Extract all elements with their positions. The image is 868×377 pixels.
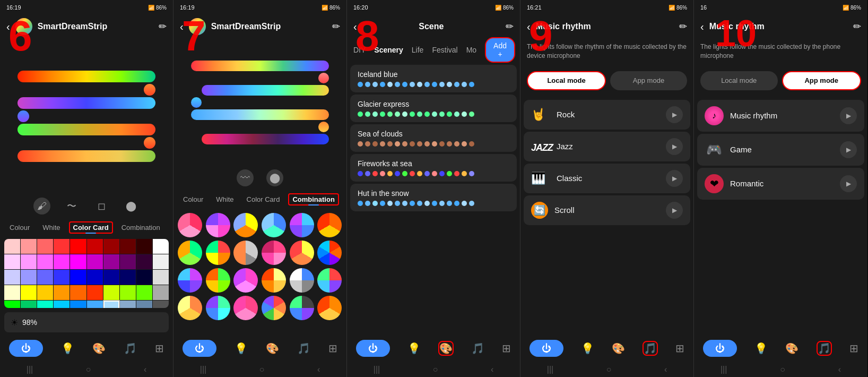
bulb-icon-6[interactable]: 💡 (61, 342, 74, 355)
edit-button-10[interactable]: ✏ (853, 21, 861, 32)
music-icon-9[interactable]: 🎵 (643, 341, 658, 356)
combo-14[interactable] (206, 268, 230, 293)
color-cell[interactable] (136, 270, 152, 285)
selected-color-cell[interactable] (103, 301, 119, 308)
scene-item-hut[interactable]: Hut in the snow (350, 184, 517, 211)
local-mode-button-10[interactable]: Local mode (700, 71, 778, 90)
color-cell[interactable] (37, 301, 53, 308)
color-cell[interactable] (103, 285, 119, 300)
power-button-7[interactable]: ⏻ (183, 340, 216, 357)
tab-colorcard-7[interactable]: Color Card (242, 193, 284, 205)
color-cell[interactable] (136, 285, 152, 300)
combo-7[interactable] (178, 241, 202, 265)
palette-icon-6[interactable]: 🎨 (92, 342, 106, 355)
game-play-button[interactable]: ▶ (840, 141, 857, 158)
palette-icon-9[interactable]: 🎨 (612, 342, 625, 355)
color-cell[interactable] (4, 270, 20, 285)
combo-24[interactable] (317, 296, 342, 320)
music-classic[interactable]: 🎹 Classic ▶ (524, 164, 690, 193)
combo-22[interactable] (262, 296, 286, 320)
romantic-play-button[interactable]: ▶ (840, 175, 857, 192)
combo-20[interactable] (206, 296, 230, 320)
combo-11[interactable] (290, 241, 314, 265)
color-cell[interactable] (21, 239, 37, 254)
color-cell[interactable] (21, 285, 37, 300)
bulb-icon-9[interactable]: 💡 (581, 342, 594, 355)
color-cell[interactable] (54, 270, 70, 285)
music-rock[interactable]: 🤘 Rock ▶ (524, 100, 690, 130)
tab-life[interactable]: Life (412, 46, 424, 54)
bulb-icon-7[interactable]: 💡 (235, 342, 248, 355)
tab-mo[interactable]: Mo (466, 46, 476, 54)
color-cell[interactable] (120, 270, 136, 285)
app-mode-button-9[interactable]: App mode (610, 71, 687, 90)
eraser-tool[interactable]: ◻ (93, 198, 110, 215)
color-cell[interactable] (87, 270, 103, 285)
color-cell[interactable] (54, 239, 70, 254)
palette-icon-7[interactable]: 🎨 (266, 342, 279, 355)
circle-tool-7[interactable]: ⬤ (266, 169, 283, 186)
music-romantic[interactable]: ❤ Romantic ▶ (697, 168, 864, 200)
music-game[interactable]: 🎮 Game ▶ (697, 134, 864, 166)
combo-1[interactable] (178, 213, 202, 237)
color-cell[interactable] (4, 301, 20, 308)
scene-item-fireworks[interactable]: Fireworks at sea (350, 154, 517, 182)
color-cell[interactable] (70, 285, 86, 300)
color-cell[interactable] (4, 285, 20, 300)
color-cell[interactable] (37, 239, 53, 254)
music-icon-8[interactable]: 🎵 (471, 342, 484, 355)
tab-colorcard-6[interactable]: Color Card (69, 221, 113, 234)
combo-19[interactable] (178, 296, 202, 320)
add-scene-button[interactable]: Add + (485, 37, 515, 63)
combo-9[interactable] (233, 241, 258, 265)
combo-18[interactable] (317, 268, 342, 293)
color-cell[interactable] (87, 254, 103, 269)
tab-festival[interactable]: Festival (432, 46, 457, 54)
power-button-8[interactable]: ⏻ (356, 340, 390, 357)
combo-16[interactable] (262, 268, 286, 293)
combo-6[interactable] (317, 213, 342, 237)
color-cell[interactable] (136, 239, 152, 254)
edit-button-6[interactable]: ✏ (159, 21, 167, 32)
scene-item-seaclouds[interactable]: Sea of clouds (350, 124, 517, 152)
music-scroll[interactable]: 🔄 Scroll ▶ (524, 195, 690, 225)
color-cell[interactable] (70, 270, 86, 285)
music-icon-10[interactable]: 🎵 (817, 341, 832, 356)
color-cell[interactable] (70, 254, 86, 269)
color-cell[interactable] (103, 254, 119, 269)
color-cell[interactable] (70, 239, 86, 254)
combo-8[interactable] (206, 241, 230, 265)
combo-17[interactable] (290, 268, 314, 293)
color-cell[interactable] (87, 239, 103, 254)
color-cell[interactable] (153, 270, 169, 285)
color-cell[interactable] (4, 254, 20, 269)
color-cell[interactable] (103, 239, 119, 254)
paint-tool[interactable]: 🖌 (33, 198, 50, 215)
bulb-icon-10[interactable]: 💡 (754, 342, 768, 355)
power-button-6[interactable]: ⏻ (9, 340, 43, 357)
power-button-9[interactable]: ⏻ (530, 340, 563, 357)
tab-combination-6[interactable]: Combination (117, 221, 164, 234)
color-cell[interactable] (37, 254, 53, 269)
grid-icon-8[interactable]: ⊞ (502, 342, 511, 355)
combo-2[interactable] (206, 213, 230, 237)
color-grid-6[interactable] (4, 239, 169, 308)
color-cell[interactable] (21, 301, 37, 308)
color-cell[interactable] (136, 254, 152, 269)
rhythm-play-button[interactable]: ▶ (840, 107, 857, 124)
combo-12[interactable] (317, 241, 342, 265)
classic-play-button[interactable]: ▶ (666, 170, 683, 187)
back-button-10[interactable]: ‹ (700, 21, 704, 33)
scroll-play-button[interactable]: ▶ (666, 202, 683, 219)
palette-icon-8[interactable]: 🎨 (438, 341, 454, 356)
combo-13[interactable] (178, 268, 202, 293)
color-cell[interactable] (54, 285, 70, 300)
color-cell[interactable] (87, 301, 103, 308)
combo-5[interactable] (290, 213, 314, 237)
music-rhythm-item[interactable]: ♪ Music rhythm ▶ (697, 100, 864, 132)
color-cell[interactable] (54, 301, 70, 308)
combo-10[interactable] (262, 241, 286, 265)
tab-colour-6[interactable]: Colour (5, 221, 34, 234)
rock-play-button[interactable]: ▶ (666, 106, 683, 123)
color-cell[interactable] (153, 254, 169, 269)
